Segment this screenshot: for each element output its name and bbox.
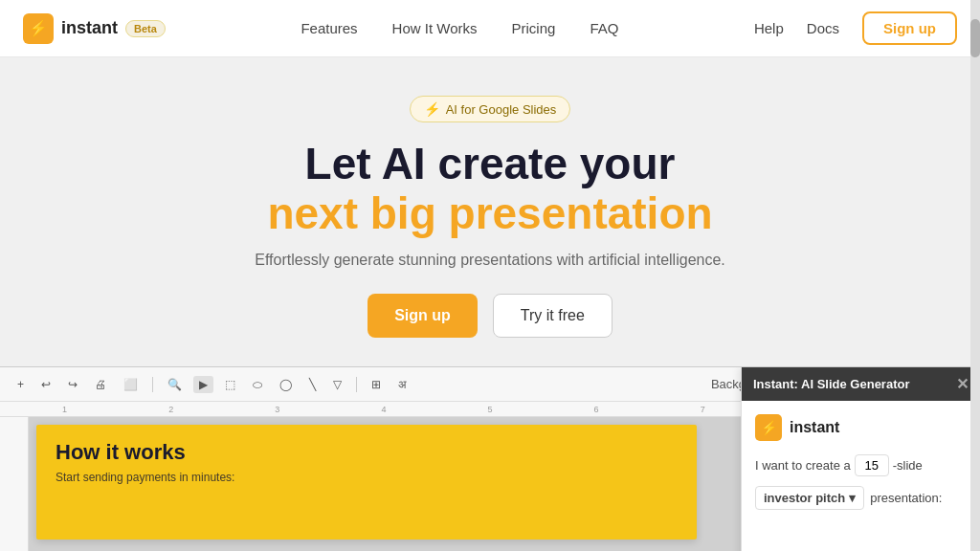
ruler-num-4: 4	[330, 405, 436, 414]
slide-count-input[interactable]	[855, 454, 889, 476]
tool-redo[interactable]: ↪	[62, 376, 83, 393]
ai-panel-logo: ⚡ instant	[755, 414, 967, 441]
brand-logo-icon: ⚡	[23, 13, 54, 44]
prompt-suffix: -slide	[893, 458, 923, 473]
tool-undo[interactable]: ↩	[35, 376, 56, 393]
nav-faq[interactable]: FAQ	[590, 20, 618, 36]
topic-suffix: presentation:	[870, 491, 942, 505]
brand-area: ⚡ instant Beta	[23, 13, 166, 44]
ruler-num-3: 3	[224, 405, 330, 414]
ruler-num-5: 5	[436, 405, 543, 414]
ruler-num-6: 6	[544, 405, 650, 414]
nav-how-it-works[interactable]: How It Works	[392, 20, 478, 36]
hero-title-line2: next big presentation	[19, 188, 961, 239]
nav-pricing[interactable]: Pricing	[512, 20, 556, 36]
hero-title-line1: Let AI create your	[305, 139, 676, 188]
help-link[interactable]: Help	[754, 20, 784, 36]
hero-section: ⚡ AI for Google Slides Let AI create you…	[0, 57, 980, 366]
beta-badge: Beta	[125, 20, 166, 37]
tool-image[interactable]: ⬚	[219, 376, 241, 393]
topic-label: investor pitch	[764, 491, 845, 505]
ruler-num-1: 1	[11, 405, 118, 414]
ai-panel: Instant: AI Slide Generator ✕ ⚡ instant …	[741, 367, 980, 551]
toolbar-separator-2	[356, 377, 357, 392]
tool-text[interactable]: अ	[392, 376, 412, 393]
tool-frame[interactable]: ⬜	[118, 376, 144, 393]
prompt-prefix: I want to create a	[755, 458, 851, 473]
tool-shape[interactable]: ⬭	[247, 376, 268, 393]
ai-badge-icon: ⚡	[424, 101, 440, 117]
nav-links: Features How It Works Pricing FAQ	[301, 20, 618, 36]
hero-subtitle: Effortlessly generate stunning presentat…	[19, 252, 961, 269]
slide-subtitle: Start sending payments in minutes:	[56, 471, 678, 484]
ai-panel-body: ⚡ instant I want to create a -slide inve…	[742, 401, 980, 523]
ai-panel-title: Instant: AI Slide Generator	[753, 377, 910, 391]
signup-button-nav[interactable]: Sign up	[862, 11, 957, 45]
nav-features[interactable]: Features	[301, 20, 357, 36]
ai-panel-close-button[interactable]: ✕	[956, 375, 969, 393]
signup-button-hero[interactable]: Sign up	[368, 294, 478, 338]
tool-circle[interactable]: ◯	[274, 376, 298, 393]
tool-add[interactable]: +	[11, 376, 30, 393]
ai-topic-row: investor pitch ▾ presentation:	[755, 486, 967, 510]
scrollbar-thumb[interactable]	[970, 19, 980, 57]
tool-line[interactable]: ╲	[303, 376, 322, 393]
tool-table[interactable]: ⊞	[366, 376, 387, 393]
ruler-num-2: 2	[118, 405, 224, 414]
scrollbar[interactable]	[970, 0, 980, 551]
try-free-button[interactable]: Try it free	[493, 294, 612, 338]
tool-print[interactable]: 🖨	[89, 376, 112, 393]
docs-link[interactable]: Docs	[807, 20, 839, 36]
ai-logo-name: instant	[790, 419, 839, 436]
hero-buttons: Sign up Try it free	[19, 294, 961, 338]
ai-logo-icon: ⚡	[755, 414, 782, 441]
topic-select[interactable]: investor pitch ▾	[755, 486, 864, 510]
ai-badge: ⚡ AI for Google Slides	[410, 96, 571, 122]
brand-name: instant	[61, 18, 118, 38]
navbar-right: Help Docs Sign up	[754, 11, 957, 45]
ai-prompt-row: I want to create a -slide	[755, 454, 967, 476]
toolbar-separator-1	[152, 377, 153, 392]
topic-dropdown-icon: ▾	[849, 491, 856, 505]
tool-cursor[interactable]: ▶	[193, 376, 213, 393]
editor-left-panel	[0, 417, 29, 551]
editor-area: + ↩ ↪ 🖨 ⬜ 🔍 ▶ ⬚ ⬭ ◯ ╲ ▽ ⊞ अ Background L…	[0, 366, 980, 551]
navbar: ⚡ instant Beta Features How It Works Pri…	[0, 0, 980, 57]
hero-title: Let AI create your next big presentation	[19, 140, 961, 238]
tool-dropdown[interactable]: ▽	[327, 376, 347, 393]
ai-badge-text: AI for Google Slides	[446, 102, 557, 117]
slide-title: How it works	[56, 440, 678, 465]
slide-canvas: How it works Start sending payments in m…	[36, 425, 697, 540]
ai-panel-header: Instant: AI Slide Generator ✕	[742, 367, 980, 401]
tool-zoom[interactable]: 🔍	[162, 376, 188, 393]
